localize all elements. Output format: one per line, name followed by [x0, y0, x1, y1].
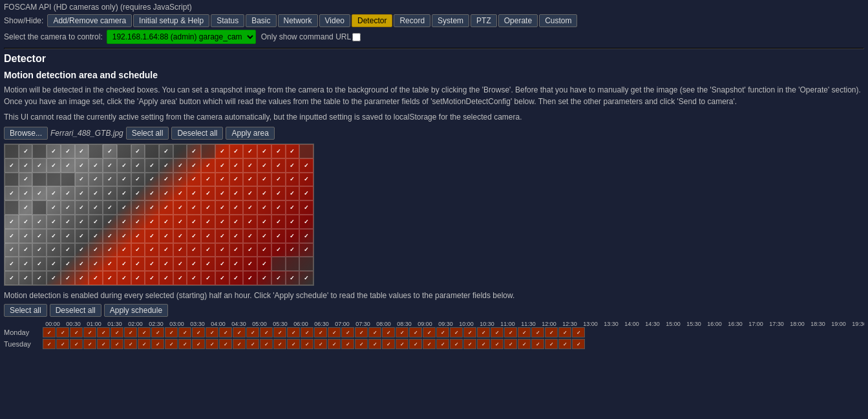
grid-cell[interactable]	[5, 144, 19, 158]
grid-cell[interactable]	[131, 173, 145, 187]
grid-cell[interactable]	[286, 158, 300, 173]
grid-cell[interactable]	[131, 186, 145, 200]
schedule-cell[interactable]	[192, 339, 205, 349]
schedule-cell[interactable]	[450, 339, 463, 349]
grid-cell[interactable]	[286, 271, 300, 285]
grid-cell[interactable]	[19, 215, 33, 229]
grid-cell[interactable]	[75, 243, 89, 257]
grid-cell[interactable]	[32, 144, 47, 158]
grid-cell[interactable]	[229, 243, 244, 257]
grid-cell[interactable]	[257, 271, 271, 285]
grid-cell[interactable]	[19, 173, 33, 187]
grid-cell[interactable]	[159, 186, 173, 200]
schedule-cell[interactable]	[246, 327, 259, 338]
grid-cell[interactable]	[5, 186, 19, 200]
grid-cell[interactable]	[257, 200, 271, 215]
grid-cell[interactable]	[89, 144, 103, 158]
grid-cell[interactable]	[299, 243, 313, 257]
grid-cell[interactable]	[299, 158, 313, 173]
grid-cell[interactable]	[117, 271, 131, 285]
grid-cell[interactable]	[173, 257, 187, 271]
grid-cell[interactable]	[145, 144, 159, 158]
grid-cell[interactable]	[75, 186, 89, 200]
grid-cell[interactable]	[19, 144, 33, 158]
schedule-cell[interactable]	[273, 339, 286, 349]
grid-cell[interactable]	[47, 229, 61, 243]
grid-cell[interactable]	[103, 200, 117, 215]
grid-cell[interactable]	[271, 200, 286, 215]
grid-cell[interactable]	[103, 186, 117, 200]
schedule-cell[interactable]	[260, 339, 273, 349]
schedule-cell[interactable]	[423, 327, 436, 338]
schedule-cell[interactable]	[70, 327, 83, 338]
grid-cell[interactable]	[271, 215, 286, 229]
grid-cell[interactable]	[243, 257, 257, 271]
grid-cell[interactable]	[201, 257, 215, 271]
grid-cell[interactable]	[61, 158, 75, 173]
grid-cell[interactable]	[131, 271, 145, 285]
schedule-cell[interactable]	[151, 327, 164, 338]
grid-cell[interactable]	[61, 271, 75, 285]
grid-cell[interactable]	[145, 257, 159, 271]
schedule-cell[interactable]	[545, 339, 558, 349]
schedule-cell[interactable]	[382, 339, 395, 349]
grid-cell[interactable]	[201, 271, 215, 285]
grid-cell[interactable]	[117, 158, 131, 173]
schedule-cell[interactable]	[83, 327, 96, 338]
grid-cell[interactable]	[299, 173, 313, 187]
grid-cell[interactable]	[89, 229, 103, 243]
grid-cell[interactable]	[117, 186, 131, 200]
grid-cell[interactable]	[286, 200, 300, 215]
grid-cell[interactable]	[187, 271, 201, 285]
schedule-cell[interactable]	[138, 327, 151, 338]
schedule-cell[interactable]	[341, 339, 354, 349]
grid-cell[interactable]	[187, 215, 201, 229]
grid-cell[interactable]	[215, 186, 229, 200]
schedule-cell[interactable]	[206, 327, 218, 338]
grid-cell[interactable]	[61, 200, 75, 215]
btn-custom[interactable]: Custom	[539, 14, 577, 27]
grid-cell[interactable]	[47, 243, 61, 257]
grid-cell[interactable]	[47, 144, 61, 158]
schedule-cell[interactable]	[518, 327, 531, 338]
grid-cell[interactable]	[229, 229, 244, 243]
grid-cell[interactable]	[159, 215, 173, 229]
schedule-cell[interactable]	[111, 339, 123, 349]
schedule-cell[interactable]	[396, 339, 408, 349]
schedule-cell[interactable]	[518, 339, 531, 349]
deselect-all-schedule-button[interactable]: Deselect all	[50, 304, 101, 317]
only-show-url-checkbox[interactable]	[352, 33, 361, 41]
grid-cell[interactable]	[201, 158, 215, 173]
grid-cell[interactable]	[299, 215, 313, 229]
grid-cell[interactable]	[61, 144, 75, 158]
schedule-cell[interactable]	[314, 339, 327, 349]
grid-cell[interactable]	[75, 200, 89, 215]
grid-cell[interactable]	[131, 257, 145, 271]
schedule-cell[interactable]	[409, 339, 422, 349]
grid-cell[interactable]	[32, 243, 47, 257]
grid-cell[interactable]	[145, 186, 159, 200]
schedule-cell[interactable]	[341, 327, 354, 338]
grid-cell[interactable]	[271, 158, 286, 173]
grid-cell[interactable]	[299, 229, 313, 243]
grid-cell[interactable]	[103, 271, 117, 285]
grid-cell[interactable]	[173, 186, 187, 200]
schedule-cell[interactable]	[287, 327, 300, 338]
grid-cell[interactable]	[47, 186, 61, 200]
grid-cell[interactable]	[131, 215, 145, 229]
grid-cell[interactable]	[32, 271, 47, 285]
grid-cell[interactable]	[5, 158, 19, 173]
schedule-cell[interactable]	[328, 339, 341, 349]
grid-cell[interactable]	[201, 215, 215, 229]
grid-cell[interactable]	[19, 257, 33, 271]
grid-cell[interactable]	[103, 257, 117, 271]
schedule-cell[interactable]	[233, 339, 246, 349]
schedule-cell[interactable]	[56, 327, 69, 338]
schedule-cell[interactable]	[477, 327, 490, 338]
btn-detector[interactable]: Detector	[352, 14, 392, 27]
grid-cell[interactable]	[187, 144, 201, 158]
grid-cell[interactable]	[159, 158, 173, 173]
grid-cell[interactable]	[19, 243, 33, 257]
grid-cell[interactable]	[19, 158, 33, 173]
grid-cell[interactable]	[145, 158, 159, 173]
